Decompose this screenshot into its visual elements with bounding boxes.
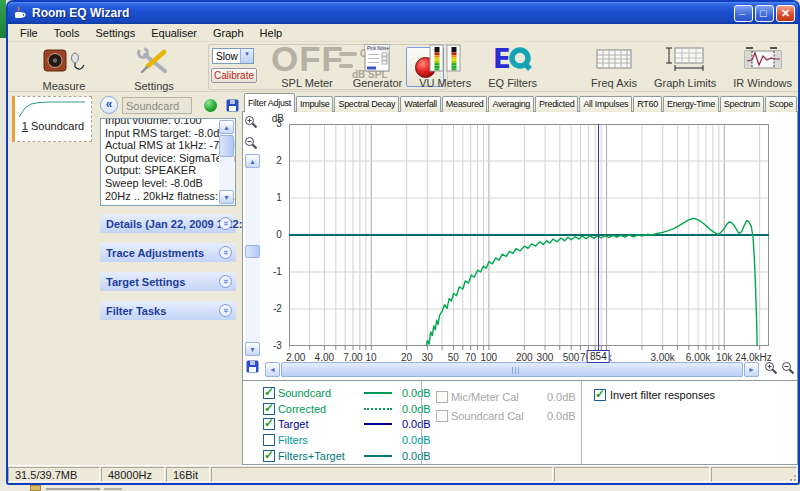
tab-filter-adjust[interactable]: Filter Adjust bbox=[244, 93, 295, 112]
collapse-panel-button[interactable] bbox=[100, 96, 118, 114]
y-tick-label: -2 bbox=[263, 303, 282, 314]
scroll-up-icon[interactable] bbox=[245, 154, 260, 168]
checkbox-invert-filter-responses[interactable] bbox=[594, 389, 606, 401]
tool-ir-windows[interactable]: IR Windows bbox=[733, 46, 792, 89]
status-bar: 31.5/39.7MB48000Hz16Bit bbox=[8, 465, 798, 483]
frequency-response-plot[interactable] bbox=[289, 124, 769, 351]
menu-item-equaliser[interactable]: Equaliser bbox=[143, 25, 205, 41]
chart-zone: dB 3210-1-2-3 2.004.007.0010203050701002… bbox=[263, 112, 775, 380]
tab-impulse[interactable]: Impulse bbox=[296, 96, 333, 112]
tab-rt60[interactable]: RT60 bbox=[633, 96, 662, 112]
tab-averaging[interactable]: Averaging bbox=[488, 96, 534, 112]
section-filter[interactable]: Filter Tasks bbox=[100, 301, 236, 320]
expand-chevron-icon[interactable] bbox=[219, 275, 232, 288]
tool-generator[interactable]: Pink NoiseGenerator bbox=[353, 44, 403, 89]
tab-bar: Filter AdjustImpulseSpectral DecayWaterf… bbox=[242, 92, 798, 112]
info-line: Output: SPEAKER bbox=[105, 164, 217, 177]
legend-row-filters: Filters0.0dB bbox=[263, 432, 421, 448]
tab-energy-time[interactable]: Energy-Time bbox=[663, 96, 719, 112]
graph-region: dB 3210-1-2-3 2.004.007.0010203050701002… bbox=[242, 111, 798, 381]
tools-icon bbox=[134, 45, 174, 79]
y-tick-label: 0 bbox=[263, 229, 282, 240]
resize-grip[interactable] bbox=[786, 471, 796, 481]
tool-graph-limits[interactable]: Graph Limits bbox=[654, 46, 716, 89]
graph-panel: Filter AdjustImpulseSpectral DecayWaterf… bbox=[242, 92, 798, 465]
checkbox-soundcard-cal[interactable] bbox=[436, 410, 448, 422]
tab-spectral-decay[interactable]: Spectral Decay bbox=[334, 96, 399, 112]
expand-chevron-icon[interactable] bbox=[219, 246, 232, 259]
menu-item-settings[interactable]: Settings bbox=[87, 25, 143, 41]
scroll-right-icon[interactable] bbox=[744, 362, 759, 377]
checkbox-filters-target[interactable] bbox=[263, 450, 275, 462]
zoom-out-y-icon[interactable] bbox=[244, 136, 263, 154]
horizontal-scroll-row bbox=[265, 362, 795, 377]
tool-freq-axis[interactable]: Freq Axis bbox=[591, 46, 637, 89]
tab-measured[interactable]: Measured bbox=[442, 96, 488, 112]
section-trace[interactable]: Trace Adjustments bbox=[100, 243, 236, 262]
tab-scope[interactable]: Scope bbox=[765, 96, 797, 112]
scrollbar-thumb[interactable] bbox=[281, 362, 743, 377]
status-dot-icon bbox=[204, 99, 217, 112]
minimize-button[interactable] bbox=[734, 5, 753, 22]
y-tick-label: 1 bbox=[263, 192, 282, 203]
menu-item-tools[interactable]: Tools bbox=[46, 25, 88, 41]
tool-label: IR Windows bbox=[733, 77, 792, 89]
scroll-left-icon[interactable] bbox=[265, 362, 280, 377]
checkbox-soundcard[interactable] bbox=[263, 387, 275, 399]
checkbox-target[interactable] bbox=[263, 418, 275, 430]
tab-all-impulses[interactable]: All Impulses bbox=[579, 96, 632, 112]
expand-chevron-icon[interactable] bbox=[219, 304, 232, 317]
horizontal-scrollbar[interactable] bbox=[281, 362, 743, 377]
freq-axis-icon bbox=[596, 46, 632, 76]
y-axis-labels: 3210-1-2-3 bbox=[263, 124, 284, 346]
thumbnail-title: Soundcard bbox=[31, 120, 84, 132]
scrollbar-thumb[interactable] bbox=[219, 135, 234, 157]
desktop-text-fragment bbox=[104, 488, 122, 490]
scroll-up-icon[interactable] bbox=[219, 120, 234, 134]
scroll-down-icon[interactable] bbox=[245, 342, 260, 356]
scroll-down-icon[interactable] bbox=[219, 190, 234, 204]
tool-eq-filters[interactable]: EEQ Filters bbox=[488, 46, 537, 89]
checkbox-filters[interactable] bbox=[263, 434, 275, 446]
spl-mode-select[interactable]: Slow bbox=[212, 48, 254, 64]
tab-predicted[interactable]: Predicted bbox=[535, 96, 578, 112]
plot-area[interactable] bbox=[289, 124, 769, 351]
eq-filters-icon: E bbox=[493, 46, 533, 76]
tool-vu-meters[interactable]: VU Meters bbox=[419, 44, 471, 89]
checkbox-corrected[interactable] bbox=[263, 403, 275, 415]
status-48000hz: 48000Hz bbox=[101, 467, 165, 482]
trace-legend: Soundcard0.0dBCorrected0.0dBTarget0.0dBF… bbox=[242, 381, 798, 465]
scrollbar-thumb[interactable] bbox=[245, 245, 260, 258]
zoom-out-x-icon[interactable] bbox=[781, 361, 795, 379]
app-window: Room EQ Wizard FileToolsSettingsEqualise… bbox=[6, 0, 800, 485]
measurement-thumbnail[interactable]: 1 Soundcard bbox=[12, 96, 92, 142]
zoom-in-x-icon[interactable] bbox=[764, 361, 778, 379]
tab-spectrum[interactable]: Spectrum bbox=[720, 96, 764, 112]
graph-limits-icon bbox=[664, 46, 706, 76]
legend-label: Soundcard bbox=[278, 387, 364, 399]
chevron-down-icon[interactable] bbox=[240, 49, 253, 63]
settings-button[interactable]: Settings bbox=[112, 45, 196, 92]
desktop-text-fragment bbox=[46, 488, 100, 490]
info-scrollbar[interactable] bbox=[219, 120, 234, 204]
tab-waterfall[interactable]: Waterfall bbox=[400, 96, 440, 112]
menu-item-graph[interactable]: Graph bbox=[205, 25, 252, 41]
line-sample bbox=[364, 423, 392, 425]
title-bar[interactable]: Room EQ Wizard bbox=[8, 2, 798, 24]
section-target[interactable]: Target Settings bbox=[100, 272, 236, 291]
maximize-button[interactable] bbox=[755, 5, 774, 22]
expand-chevron-icon[interactable] bbox=[219, 217, 232, 230]
checkbox-mic-meter-cal[interactable] bbox=[436, 391, 448, 403]
zoom-in-y-icon[interactable] bbox=[244, 115, 263, 133]
measurement-name-input[interactable] bbox=[122, 97, 192, 114]
status-cell-empty bbox=[211, 467, 553, 482]
menu-item-file[interactable]: File bbox=[12, 25, 46, 41]
vertical-scrollbar[interactable] bbox=[245, 154, 260, 356]
measure-button[interactable]: Measure bbox=[22, 45, 106, 92]
close-button[interactable] bbox=[776, 5, 795, 22]
legend-value: 0.0dB bbox=[547, 391, 581, 403]
save-graph-button[interactable] bbox=[246, 359, 259, 377]
soundcard-response-curve bbox=[424, 218, 758, 351]
save-measurement-button[interactable] bbox=[226, 98, 239, 116]
section-details[interactable]: Details (Jan 22, 2009 1:22:00 AM) bbox=[100, 214, 236, 233]
